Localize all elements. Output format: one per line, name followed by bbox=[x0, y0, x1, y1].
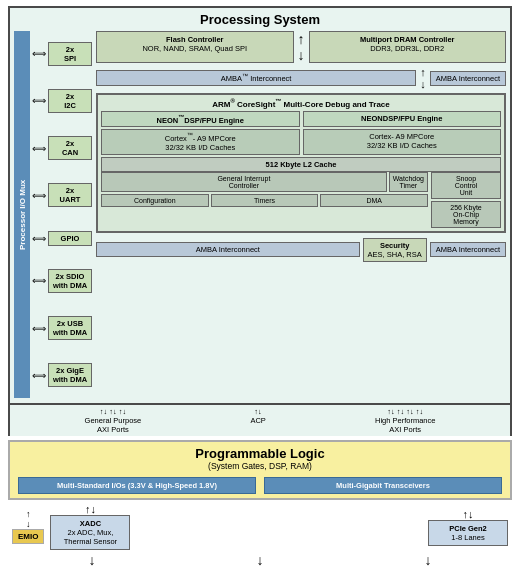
arrow-icon: ⟺ bbox=[32, 48, 46, 59]
acp-col: ↑↓ ACP bbox=[250, 407, 265, 425]
main-container: Processing System Processor I/O Mux ⟺ 2x… bbox=[0, 0, 520, 574]
io-ports-list: ⟺ 2xSPI ⟺ 2xI2C ⟺ 2xCAN ⟺ 2xUART bbox=[32, 31, 92, 398]
xadc-arrow: ↑↓ bbox=[85, 503, 96, 515]
dma-box: DMA bbox=[320, 194, 428, 207]
watchdog-box: WatchdogTimer bbox=[389, 172, 428, 192]
neon-dsp-right: NEONDSP/FPU Engine bbox=[303, 111, 502, 128]
bottom-components: ↑ ↓ EMIO ↑↓ XADC 2x ADC, Mux, Thermal Se… bbox=[8, 503, 512, 550]
flash-label: Flash Controller bbox=[166, 35, 224, 44]
top-arrows-col: ↑ ↓ bbox=[298, 31, 305, 63]
pl-transceivers-box: Multi-Gigabit Transceivers bbox=[264, 477, 502, 494]
gp-arrows: ↑↓ ↑↓ ↑↓ bbox=[100, 407, 127, 416]
arrow-icon: ⟺ bbox=[32, 95, 46, 106]
hp-arrow3: ↑↓ bbox=[406, 407, 414, 416]
dual-cortex-row: Cortex™- A9 MPCore32/32 KB I/D Caches Co… bbox=[101, 129, 501, 155]
hp-axi-label: High Performance AXI Ports bbox=[375, 416, 435, 434]
bottom-arrows-row: ↓ ↓ ↓ bbox=[8, 552, 512, 568]
port-spi: 2xSPI bbox=[48, 42, 92, 66]
arrow-icon: ⟺ bbox=[32, 275, 46, 286]
gi-controller-box: General InterruptController bbox=[101, 172, 387, 192]
pcie-box: PCIe Gen2 1-8 Lanes bbox=[428, 520, 508, 546]
bottom-arrow-left: ↓ bbox=[89, 552, 96, 568]
pl-subtitle: (System Gates, DSP, RAM) bbox=[208, 461, 312, 471]
ps-inner: Processor I/O Mux ⟺ 2xSPI ⟺ 2xI2C ⟺ 2xCA… bbox=[14, 31, 506, 398]
arrow2: ↑↓ bbox=[109, 407, 117, 416]
bottom-arrow-right: ↓ bbox=[425, 552, 432, 568]
port-i2c: 2xI2C bbox=[48, 89, 92, 113]
left-io-section: Processor I/O Mux ⟺ 2xSPI ⟺ 2xI2C ⟺ 2xCA… bbox=[14, 31, 92, 398]
neon-dsp-left: NEON™DSP/FPU Engine bbox=[101, 111, 300, 128]
arrow-icon: ⟺ bbox=[32, 190, 46, 201]
port-sdio: 2x SDIOwith DMA bbox=[48, 269, 92, 293]
arrow1: ↑↓ bbox=[100, 407, 108, 416]
emio-box: EMIO bbox=[12, 529, 44, 544]
port-uart: 2xUART bbox=[48, 183, 92, 207]
io-mux-label: Processor I/O Mux bbox=[14, 31, 30, 398]
xadc-sublabel: 2x ADC, Mux, Thermal Sensor bbox=[64, 528, 117, 546]
arrow-icon: ⟺ bbox=[32, 143, 46, 154]
xadc-label: XADC bbox=[80, 519, 101, 528]
inner-left-section: General InterruptController WatchdogTime… bbox=[101, 172, 428, 228]
port-gige: 2x GigEwith DMA bbox=[48, 363, 92, 387]
emio-section: ↑ ↓ EMIO bbox=[12, 509, 44, 544]
cortex-left: Cortex™- A9 MPCore32/32 KB I/D Caches bbox=[101, 129, 300, 155]
ps-title: Processing System bbox=[14, 12, 506, 27]
arrow-up-icon: ↑ bbox=[420, 66, 426, 78]
pl-bottom-row: Multi-Standard I/Os (3.3V & High-Speed 1… bbox=[18, 477, 502, 494]
bottom-amba-right: AMBA Interconnect bbox=[430, 242, 506, 257]
hp-arrow4: ↑↓ bbox=[416, 407, 424, 416]
list-item: ⟺ 2x GigEwith DMA bbox=[32, 363, 92, 387]
timers-box: Timers bbox=[211, 194, 319, 207]
acp-arrow: ↑↓ bbox=[254, 407, 262, 416]
cfg-timers-row: Configuration Timers DMA bbox=[101, 194, 428, 207]
list-item: ⟺ GPIO bbox=[32, 231, 92, 246]
gp-axi-label: General Purpose AXI Ports bbox=[85, 416, 142, 434]
amba-interconnect-right: AMBA Interconnect bbox=[430, 71, 506, 86]
port-can: 2xCAN bbox=[48, 136, 92, 160]
onchip-memory-box: 256 KbyteOn-ChipMemory bbox=[431, 201, 501, 228]
list-item: ⟺ 2xCAN bbox=[32, 136, 92, 160]
arrow-down-icon: ↓ bbox=[420, 78, 426, 90]
amba-top-row: AMBA™ Interconnect ↑ ↓ AMBA Interconnect bbox=[96, 66, 506, 90]
hp-arrows: ↑↓ ↑↓ ↑↓ ↑↓ bbox=[387, 407, 423, 416]
bottom-amba-left: AMBA Interconnect bbox=[96, 242, 360, 257]
snoop-control-box: SnoopControlUnit bbox=[431, 172, 501, 199]
ps-pl-interface: ↑↓ ↑↓ ↑↓ General Purpose AXI Ports ↑↓ AC… bbox=[8, 405, 512, 436]
pcie-sublabel: 1-8 Lanes bbox=[451, 533, 484, 542]
xadc-section: ↑↓ XADC 2x ADC, Mux, Thermal Sensor bbox=[50, 503, 130, 550]
arrow-icon: ⟺ bbox=[32, 233, 46, 244]
down-arrow: ↓ bbox=[298, 47, 305, 63]
pcie-arrow: ↑↓ bbox=[463, 508, 474, 520]
pl-title: Programmable Logic bbox=[195, 446, 324, 461]
pl-area: Programmable Logic (System Gates, DSP, R… bbox=[8, 440, 512, 500]
arrow3: ↑↓ bbox=[119, 407, 127, 416]
security-sublabel: AES, SHA, RSA bbox=[368, 250, 422, 259]
controllers-row: Flash Controller NOR, NAND, SRAM, Quad S… bbox=[96, 31, 506, 63]
list-item: ⟺ 2xSPI bbox=[32, 42, 92, 66]
xadc-box: XADC 2x ADC, Mux, Thermal Sensor bbox=[50, 515, 130, 550]
dual-engine-row: NEON™DSP/FPU Engine NEONDSP/FPU Engine bbox=[101, 111, 501, 128]
hp-axi-col: ↑↓ ↑↓ ↑↓ ↑↓ High Performance AXI Ports bbox=[375, 407, 435, 434]
processing-system-box: Processing System Processor I/O Mux ⟺ 2x… bbox=[8, 6, 512, 405]
dram-sublabel: DDR3, DDR3L, DDR2 bbox=[370, 44, 444, 53]
hp-arrow2: ↑↓ bbox=[397, 407, 405, 416]
hp-arrow1: ↑↓ bbox=[387, 407, 395, 416]
up-arrow: ↑ bbox=[298, 31, 305, 47]
flash-controller-box: Flash Controller NOR, NAND, SRAM, Quad S… bbox=[96, 31, 294, 63]
list-item: ⟺ 2x USBwith DMA bbox=[32, 316, 92, 340]
port-usb: 2x USBwith DMA bbox=[48, 316, 92, 340]
amba-arrows: ↑ ↓ bbox=[420, 66, 426, 90]
dram-controller-box: Multiport DRAM Controller DDR3, DDR3L, D… bbox=[309, 31, 507, 63]
pl-io-box: Multi-Standard I/Os (3.3V & High-Speed 1… bbox=[18, 477, 256, 494]
security-label: Security bbox=[380, 241, 410, 250]
list-item: ⟺ 2xUART bbox=[32, 183, 92, 207]
pcie-label: PCIe Gen2 bbox=[449, 524, 487, 533]
bottom-amba-row: AMBA Interconnect Security AES, SHA, RSA… bbox=[96, 238, 506, 262]
gi-wd-row: General InterruptController WatchdogTime… bbox=[101, 172, 428, 192]
cortex-right: Cortex- A9 MPCore32/32 KB I/D Caches bbox=[303, 129, 502, 155]
emio-down-arrow: ↓ bbox=[26, 519, 31, 529]
list-item: ⟺ 2xI2C bbox=[32, 89, 92, 113]
l2-cache-box: 512 Kbyte L2 Cache bbox=[101, 157, 501, 172]
dram-label: Multiport DRAM Controller bbox=[360, 35, 455, 44]
arrow-icon: ⟺ bbox=[32, 323, 46, 334]
